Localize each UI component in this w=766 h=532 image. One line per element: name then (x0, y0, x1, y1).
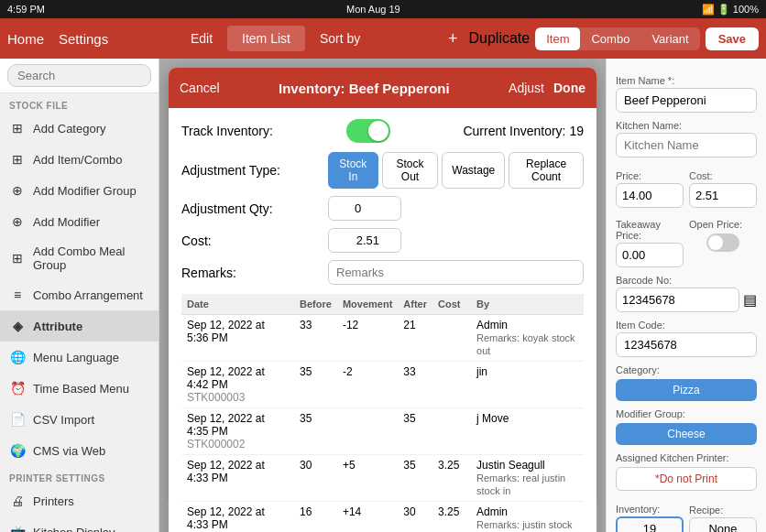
nav-settings[interactable]: Settings (59, 31, 108, 47)
cell-after: 21 (398, 315, 432, 362)
adj-btn-stock-in[interactable]: Stock In (328, 152, 378, 189)
adj-btn-replace-count[interactable]: Replace Count (509, 152, 584, 189)
cell-date: Sep 12, 2022 at 4:33 PM (181, 455, 294, 502)
remarks-row: Remarks: (181, 260, 584, 285)
takeaway-input[interactable] (616, 243, 684, 267)
adj-qty-input[interactable] (328, 196, 401, 221)
sidebar-item-attribute[interactable]: ◈ Attribute (0, 310, 159, 342)
save-button[interactable]: Save (706, 27, 759, 50)
sidebar-item-add-modifier[interactable]: ⊕ Add Modifier (0, 206, 159, 237)
cell-by: jin (471, 362, 584, 408)
cell-after: 35 (398, 408, 432, 455)
remarks-label: Remarks: (181, 266, 328, 280)
category-button[interactable]: Pizza (616, 379, 757, 401)
track-toggle-section (346, 119, 390, 143)
adj-btn-stock-out[interactable]: Stock Out (382, 152, 439, 189)
item-code-label: Item Code: (616, 320, 757, 331)
tab-combo[interactable]: Combo (580, 27, 640, 50)
modal-adjust-button[interactable]: Adjust (509, 81, 544, 95)
sidebar-item-label: Combo Arrangement (33, 288, 143, 302)
inventory-value: 19 (616, 516, 684, 532)
price-input[interactable] (616, 183, 684, 208)
sidebar-item-time-based-menu[interactable]: ⏰ Time Based Menu (0, 373, 159, 404)
table-row: Sep 12, 2022 at 4:33 PM 16 +14 30 3.25 A… (181, 502, 584, 533)
sidebar-item-csv-import[interactable]: 📄 CSV Import (0, 404, 159, 435)
sidebar-item-add-combo-meal[interactable]: ⊞ Add Combo Meal Group (0, 237, 159, 279)
open-price-toggle[interactable] (689, 233, 757, 252)
cost-col: Cost: (689, 163, 757, 208)
item-name-input[interactable] (616, 88, 757, 113)
modal-done-button[interactable]: Done (553, 81, 585, 95)
combo-arrangement-icon: ≡ (9, 287, 26, 303)
add-category-icon: ⊞ (9, 120, 26, 136)
col-movement: Movement (337, 294, 398, 315)
cost-input-rp[interactable] (689, 183, 757, 208)
col-by: By (471, 294, 584, 315)
col-after: After (398, 294, 432, 315)
nav-left: Home Settings (7, 31, 108, 47)
kitchen-display-icon: 📺 (9, 524, 26, 532)
remarks-input[interactable] (328, 260, 584, 285)
sidebar-item-label: Add Modifier (33, 215, 100, 229)
item-code-input[interactable] (616, 332, 757, 357)
right-panel: Item Name *: Kitchen Name: Price: Cost: … (606, 59, 766, 532)
add-item-icon: ⊞ (9, 151, 26, 168)
adj-btn-wastage[interactable]: Wastage (442, 152, 505, 189)
cell-by: j Move (471, 408, 584, 455)
inv-recipe-row: Inventory: 19 Recipe: None (616, 496, 757, 532)
recipe-col: Recipe: None (689, 497, 757, 532)
nav-edit[interactable]: Edit (176, 26, 227, 51)
sidebar-item-combo-arrangement[interactable]: ≡ Combo Arrangement (0, 279, 159, 310)
modifier-group-button[interactable]: Cheese (616, 423, 757, 445)
status-date: Mon Aug 19 (346, 4, 400, 15)
sidebar: STOCK FILE ⊞ Add Category ⊞ Add Item/Com… (0, 59, 159, 532)
barcode-input[interactable] (616, 288, 739, 312)
nav-duplicate[interactable]: Duplicate (468, 30, 530, 47)
nav-right: + Duplicate Item Combo Variant Save (443, 26, 759, 52)
search-input[interactable] (7, 64, 151, 87)
modal-cancel-button[interactable]: Cancel (180, 75, 220, 101)
inventory-table: Date Before Movement After Cost By Sep 1… (181, 294, 584, 532)
sidebar-item-label: Kitchen Display (33, 526, 115, 533)
price-col: Price: (616, 163, 684, 208)
section-printer-settings: PRINTER SETTINGS (0, 466, 159, 485)
cell-after: 35 (398, 455, 432, 502)
add-modifier-group-icon: ⊕ (9, 182, 26, 199)
cell-movement: +14 (337, 502, 398, 533)
sidebar-item-label: CMS via Web (33, 444, 105, 458)
cell-by: AdminRemarks: justin stock in (471, 502, 584, 533)
sidebar-item-add-category[interactable]: ⊞ Add Category (0, 113, 159, 144)
tab-item[interactable]: Item (535, 27, 580, 50)
cost-input[interactable] (328, 228, 401, 253)
nav-home[interactable]: Home (7, 31, 44, 47)
cell-after: 30 (398, 502, 432, 533)
track-inventory-toggle[interactable] (346, 119, 390, 143)
cell-before: 30 (294, 455, 337, 502)
sidebar-item-menu-language[interactable]: 🌐 Menu Language (0, 342, 159, 373)
cell-date: Sep 12, 2022 at 5:36 PM (181, 315, 294, 362)
cell-by: AdminRemarks: koyak stock out (471, 315, 584, 362)
main-layout: STOCK FILE ⊞ Add Category ⊞ Add Item/Com… (0, 59, 766, 532)
cell-remarks: Remarks: justin stock in (476, 519, 573, 532)
sidebar-item-add-modifier-group[interactable]: ⊕ Add Modifier Group (0, 175, 159, 206)
sidebar-item-kitchen-display[interactable]: 📺 Kitchen Display (0, 516, 159, 532)
table-row: Sep 12, 2022 at 4:42 PMSTK000003 35 -2 3… (181, 362, 584, 408)
tab-variant[interactable]: Variant (640, 27, 699, 50)
category-label: Category: (616, 364, 757, 375)
sidebar-item-printers[interactable]: 🖨 Printers (0, 485, 159, 516)
time-based-icon: ⏰ (9, 380, 26, 396)
sidebar-item-label: Add Category (33, 122, 106, 136)
cell-date: Sep 12, 2022 at 4:42 PMSTK000003 (181, 362, 294, 408)
sidebar-item-label: Add Combo Meal Group (33, 244, 149, 272)
barcode-scan-icon[interactable]: ▤ (743, 291, 757, 309)
plus-icon[interactable]: + (443, 26, 464, 52)
inventory-modal: Cancel Inventory: Beef Pepperoni Adjust … (169, 68, 596, 532)
sidebar-item-cms-via-web[interactable]: 🌍 CMS via Web (0, 435, 159, 466)
sidebar-item-add-item-combo[interactable]: ⊞ Add Item/Combo (0, 144, 159, 175)
open-price-toggle-control[interactable] (706, 233, 739, 252)
nav-item-list[interactable]: Item List (227, 26, 305, 51)
current-inv-label: Current Inventory: (463, 124, 565, 138)
kitchen-printer-button[interactable]: *Do not Print (616, 467, 757, 491)
nav-sort-by[interactable]: Sort by (305, 26, 375, 51)
kitchen-name-input[interactable] (616, 133, 757, 157)
